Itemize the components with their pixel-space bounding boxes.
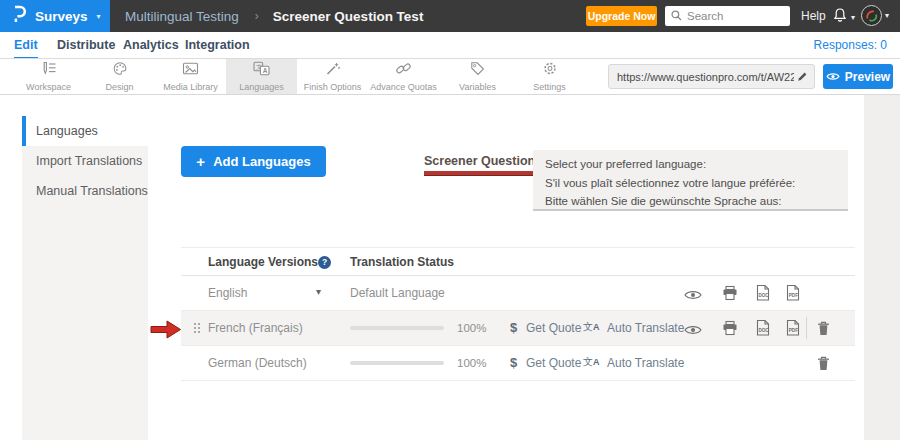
survey-url-text: https://www.questionpro.com/t/AW22Zd50 [617,71,794,83]
default-language-label: Default Language [350,286,445,300]
chevron-down-icon: ▾ [97,12,101,21]
svg-text:PDF: PDF [789,328,798,333]
red-underline-annotation [424,171,545,176]
column-translation-status: Translation Status [350,255,454,269]
screener-text-english: Select your preferred language: [545,155,836,174]
bell-icon [832,7,848,28]
breadcrumb-folder[interactable]: Multilingual Testing [125,9,239,24]
sidebar-item-languages[interactable]: Languages [22,116,148,146]
edit-toolbar: Workspace Design Media Library 文A Langua… [0,59,900,95]
avatar [861,5,882,26]
notifications-button[interactable]: ▾ [832,7,855,28]
search-box[interactable] [665,6,790,26]
tag-icon [470,61,485,80]
tab-edit[interactable]: Edit [14,32,38,58]
table-row-german: German (Deutsch) 100% $ Get Quote 文A Aut… [181,346,855,381]
table-row-french: French (Français) 100% $ Get Quote 文A Au… [181,311,855,346]
drag-handle[interactable] [194,323,202,333]
image-icon [182,61,199,80]
toolbar-item-languages[interactable]: 文A Languages [226,59,297,94]
get-quote-link[interactable]: Get Quote [526,321,581,335]
column-language-versions: Language Versions [208,255,318,269]
design-palette-icon [112,61,128,80]
toolbar-item-finish-options[interactable]: Finish Options [297,59,368,94]
language-dropdown-icon[interactable]: ▾ [316,286,321,297]
tab-distribute[interactable]: Distribute [57,32,115,58]
chain-link-icon [395,61,412,80]
product-name: Surveys [35,9,88,24]
workspace-icon [41,61,57,80]
gear-icon [542,61,558,80]
view-icon[interactable] [684,322,702,340]
product-menu[interactable]: Surveys ▾ [0,0,110,32]
export-doc-icon[interactable]: DOC [755,284,771,306]
export-pdf-icon[interactable]: PDF [785,284,801,306]
upgrade-button[interactable]: Upgrade Now [586,6,657,26]
tab-integration[interactable]: Integration [185,32,250,58]
get-quote-link[interactable]: Get Quote [526,356,581,370]
screener-text-french: S'il vous plaît sélectionnez votre langu… [545,174,836,193]
language-name: French (Français) [208,321,303,335]
export-pdf-icon[interactable]: PDF [785,319,801,341]
view-icon[interactable] [684,287,702,305]
survey-nav: Edit Distribute Analytics Integration Re… [0,32,900,59]
auto-translate-icon: 文A [583,320,600,334]
responses-count[interactable]: Responses: 0 [814,32,887,58]
plus-icon: + [196,153,205,170]
sidebar-item-manual-translations[interactable]: Manual Translations [22,176,148,206]
auto-translate-link[interactable]: Auto Translate [607,356,684,370]
eye-icon [826,70,840,84]
table-header: Language Versions ? Translation Status [181,247,855,276]
app-window: Surveys ▾ Multilingual Testing › Screene… [0,0,900,440]
help-question-icon[interactable]: ? [318,256,331,269]
export-doc-icon[interactable]: DOC [755,319,771,341]
breadcrumb: Multilingual Testing › Screener Question… [125,0,423,32]
chevron-down-icon: ▾ [851,13,855,22]
language-name: German (Deutsch) [208,356,307,370]
tab-analytics[interactable]: Analytics [123,32,179,58]
sidebar-item-import-translations[interactable]: Import Translations [22,146,148,176]
dollar-icon: $ [510,320,517,335]
screener-question-label: Screener Question : [424,154,543,168]
auto-translate-icon: 文A [583,355,600,369]
translation-percent: 100% [457,322,486,334]
survey-url-field[interactable]: https://www.questionpro.com/t/AW22Zd50 [608,64,815,89]
language-name: English [208,286,247,300]
toolbar-item-advance-quotas[interactable]: Advance Quotas [368,59,439,94]
toolbar-item-media-library[interactable]: Media Library [155,59,226,94]
magic-wand-icon [325,61,341,80]
auto-translate-link[interactable]: Auto Translate [607,321,684,335]
toolbar-item-design[interactable]: Design [84,59,155,94]
screener-text-german: Bitte wählen Sie die gewünschte Sprache … [545,192,836,211]
toolbar-item-variables[interactable]: Variables [442,59,513,94]
print-icon[interactable] [722,285,738,305]
search-icon [671,7,682,25]
svg-text:DOC: DOC [758,293,769,298]
print-icon[interactable] [722,320,738,340]
red-arrow-annotation [150,320,182,339]
delete-icon[interactable] [817,321,830,340]
toolbar-item-workspace[interactable]: Workspace [13,59,84,94]
toolbar-item-settings[interactable]: Settings [514,59,585,94]
language-versions-table: Language Versions ? Translation Status E… [181,247,855,381]
translate-icon: 文A [253,61,270,80]
preview-button[interactable]: Preview [823,64,893,89]
breadcrumb-survey-title: Screener Question Test [273,9,424,24]
translation-progress-bar [350,361,444,365]
svg-text:PDF: PDF [789,293,798,298]
divider [806,317,807,339]
edit-url-pencil-icon[interactable] [794,68,810,86]
search-input[interactable] [687,10,782,22]
languages-sidebar: Import Translations Manual Translations [22,146,148,440]
screener-question-preview: Select your preferred language: S'il vou… [533,150,848,211]
top-header: Surveys ▾ Multilingual Testing › Screene… [0,0,900,32]
chevron-down-icon: ▾ [885,11,889,20]
breadcrumb-separator: › [255,9,259,23]
help-link[interactable]: Help [801,0,826,32]
add-languages-button[interactable]: + Add Languages [181,146,326,177]
account-menu[interactable]: ▾ [861,5,889,26]
delete-icon[interactable] [817,356,830,375]
dollar-icon: $ [510,355,517,370]
table-row-english: English ▾ Default Language DOC PDF [181,276,855,311]
svg-text:DOC: DOC [758,328,769,333]
